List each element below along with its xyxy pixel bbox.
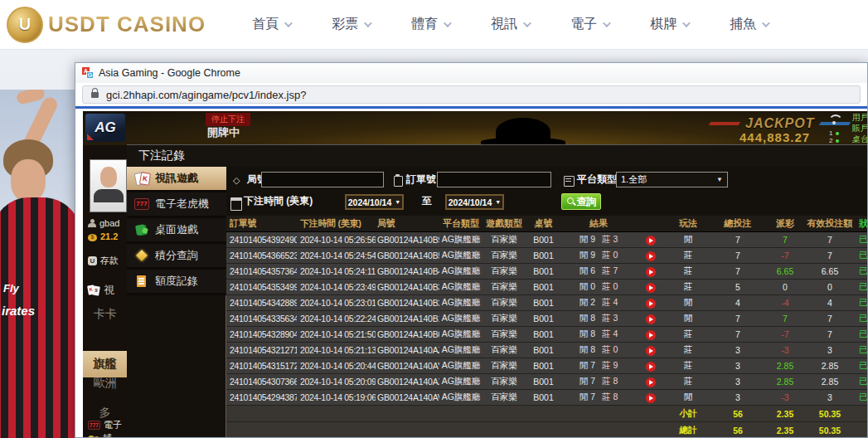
cell-play-method: 莊	[665, 376, 711, 387]
cell-platform: AG旗艦廳	[439, 297, 482, 309]
header-status-label: 用戶	[852, 112, 867, 123]
fish-icon	[88, 435, 99, 438]
cell-bet-time: 2024-10-14 05:23:01	[297, 298, 376, 308]
replay-play-icon[interactable]	[646, 267, 656, 277]
nav-item[interactable]: 電子	[570, 16, 609, 33]
replay-play-icon[interactable]	[646, 236, 656, 246]
result-player: 閒 9	[579, 250, 595, 260]
cell-valid-bet: 6.65	[806, 266, 854, 276]
column-header: 遊戲類型	[482, 217, 526, 230]
slots-777-icon	[134, 197, 149, 211]
lobby-bottom-item[interactable]: 777電子	[88, 419, 122, 431]
nav-item[interactable]: 體育	[411, 16, 449, 33]
cell-replay	[636, 376, 665, 387]
cell-valid-bet: 7	[806, 314, 854, 324]
seat-row[interactable]: 2	[829, 137, 851, 144]
bet-records-table: 訂單號下注時間 (美東)局號平台類型遊戲類型桌號結果玩法總投注派彩有效投注額狀態…	[226, 216, 867, 437]
cell-play-method: 閒	[665, 297, 711, 309]
result-banker: 莊 3	[602, 313, 618, 323]
cell-round-no: GB00124A140AX	[376, 377, 439, 387]
cell-payout: 6.65	[764, 266, 806, 276]
menu-item[interactable]: 電子老虎機	[127, 192, 226, 216]
replay-play-icon[interactable]	[646, 330, 656, 340]
lobby-bottom-label: 捕	[103, 432, 112, 437]
order-input[interactable]	[437, 172, 551, 187]
replay-play-icon[interactable]	[646, 283, 656, 293]
cell-total-bet: 3	[711, 345, 764, 355]
address-bar[interactable]: gci.2hhapi.com/agingame/pcv1/index.jsp?	[82, 85, 861, 104]
replay-play-icon[interactable]	[646, 299, 656, 309]
menu-item[interactable]: 積分查詢	[127, 244, 226, 267]
cell-result: 閒 6莊 7	[561, 265, 636, 277]
cell-replay	[636, 328, 665, 339]
video-games-shortcut[interactable]: 視	[88, 283, 114, 298]
column-header: 下注時間 (美東)	[297, 217, 376, 230]
cell-table-no: B001	[526, 235, 561, 245]
result-banker: 莊 7	[602, 265, 618, 275]
menu-empty-panel	[127, 295, 226, 437]
header-status-label: 桌台	[852, 134, 867, 144]
chevron-down-icon	[444, 19, 452, 27]
menu-item[interactable]: 視訊遊戲	[127, 167, 226, 190]
nav-item[interactable]: 視訊	[491, 16, 529, 33]
cell-bet-time: 2024-10-14 05:21:50	[297, 329, 376, 339]
replay-play-icon[interactable]	[646, 314, 656, 324]
cell-play-method: 閒	[665, 313, 711, 324]
cell-table-no: B001	[526, 377, 561, 387]
replay-play-icon[interactable]	[646, 346, 656, 356]
cell-order-no: 241014054307366	[226, 377, 297, 387]
lobby-tab[interactable]: 旗艦	[83, 351, 127, 377]
cell-bet-time: 2024-10-14 05:21:13	[297, 345, 376, 355]
cell-bet-time: 2024-10-14 05:24:11	[297, 266, 376, 276]
cell-replay	[636, 392, 665, 402]
search-button[interactable]: 查詢	[561, 193, 601, 210]
site-logo[interactable]: U USDT CASINO	[7, 7, 206, 43]
nav-item[interactable]: 捕魚	[730, 16, 768, 33]
replay-play-icon[interactable]	[646, 362, 656, 372]
cell-valid-bet: 7	[806, 235, 854, 245]
cell-result: 閒 7莊 8	[561, 392, 636, 403]
cell-status: 已結算	[854, 281, 867, 293]
date-from-picker[interactable]: 2024/10/14▼	[345, 194, 404, 210]
cell-round-no: GB00124A140AZ	[376, 345, 439, 355]
cell-bet-time: 2024-10-14 05:24:54	[297, 251, 376, 260]
cell-order-no: 241014054321271	[226, 345, 297, 355]
table-row: 2410140543151722024-10-14 05:20:44GB0012…	[226, 358, 867, 374]
cell-replay	[636, 250, 665, 260]
deposit-label: 存款	[100, 255, 119, 267]
menu-item[interactable]: 額度記錄	[127, 270, 226, 293]
cell-status: 已結算	[854, 376, 867, 387]
nav-item[interactable]: 首頁	[252, 16, 290, 33]
deposit-button[interactable]: U 存款	[88, 255, 119, 267]
cell-payout: 7	[764, 314, 806, 324]
cell-play-method: 莊	[665, 250, 711, 261]
round-input[interactable]	[261, 172, 384, 187]
date-to-picker[interactable]: 2024/10/14▼	[445, 194, 504, 210]
chevron-down-icon	[523, 19, 531, 27]
money-bag-icon	[88, 231, 97, 241]
lobby-tab[interactable]: 卡卡	[83, 307, 127, 322]
cell-table-no: B001	[526, 298, 561, 308]
cell-platform: AG旗艦廳	[439, 392, 482, 403]
hero-player-image: Flyirates	[0, 90, 76, 438]
result-player: 閒 8	[579, 344, 595, 354]
platform-select[interactable]: 1.全部 ▼	[616, 172, 728, 187]
lobby-tab[interactable]: 歐洲	[83, 376, 127, 391]
menu-item[interactable]: 桌面遊戲	[127, 218, 226, 241]
cell-order-no: 241014054328904	[226, 329, 297, 339]
nav-item[interactable]: 彩票	[332, 16, 370, 33]
cell-payout: -7	[764, 251, 806, 260]
cell-total-bet: 3	[711, 377, 764, 387]
replay-play-icon[interactable]	[646, 393, 656, 403]
cell-total-bet: 4	[711, 298, 764, 308]
seat-row[interactable]: 1	[829, 129, 851, 137]
replay-play-icon[interactable]	[646, 377, 656, 387]
subtotal-row: 小計562.3550.35	[226, 406, 867, 422]
cell-order-no: 241014054392490	[226, 235, 297, 245]
result-player: 閒 7	[579, 376, 595, 386]
nav-item[interactable]: 棋牌	[650, 16, 688, 33]
lobby-bottom-item[interactable]: 捕	[88, 432, 112, 437]
column-header: 狀態	[854, 217, 867, 230]
replay-play-icon[interactable]	[646, 251, 656, 261]
chrome-title-bar[interactable]: AG Asia Gaming - Google Chrome	[75, 63, 867, 83]
